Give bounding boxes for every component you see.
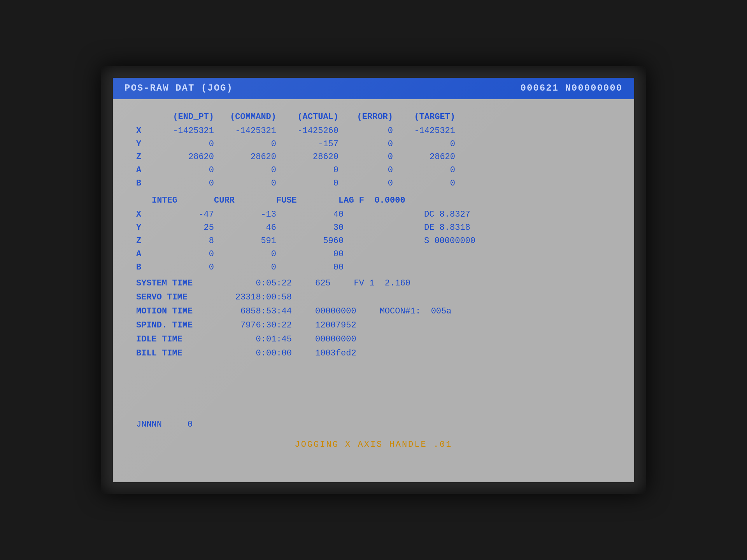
command-val: -1425321 (214, 125, 276, 137)
time-extra: 00000000 (315, 333, 356, 346)
table-row: B 0 0 0 0 0 (136, 177, 611, 190)
time-row: SERVO TIME 23318:00:58 (136, 291, 611, 304)
axis-label: A (136, 248, 152, 261)
time-extra: 12007952 (315, 319, 356, 332)
s2-integ: INTEG (152, 194, 214, 207)
table-row: Z 28620 28620 28620 0 28620 (136, 151, 611, 163)
actual-val: -157 (276, 138, 338, 150)
dc-info: S 00000000 (424, 235, 502, 247)
actual-val: 0 (276, 177, 338, 190)
time-value: 6858:53:44 (222, 305, 292, 318)
axis-label: B (136, 261, 152, 274)
fuse-val: 0 (276, 261, 338, 274)
dc-zero: 0 (338, 235, 424, 247)
time-value: 7976:30:22 (222, 319, 292, 332)
command-val: 0 (214, 138, 276, 150)
axis-label: X (136, 208, 152, 221)
col-target: (TARGET) (393, 111, 455, 123)
table-row: Y 0 0 -157 0 0 (136, 138, 611, 150)
time-row: IDLE TIME 0:01:45 00000000 (136, 333, 611, 346)
fuse-val: 4 (276, 208, 338, 221)
time-label: SYSTEM TIME (136, 277, 222, 290)
bottom-area: JNNNN 0 JOGGING X AXIS HANDLE .01 (136, 418, 611, 451)
axis-label: Y (136, 222, 152, 234)
end-pt-val: 28620 (152, 151, 214, 163)
actual-val: -1425260 (276, 125, 338, 137)
end-pt-val: -1425321 (152, 125, 214, 137)
integ-val: 0 (152, 261, 214, 274)
time-row: SPIND. TIME 7976:30:22 12007952 (136, 319, 611, 332)
curr-val: 0 (214, 248, 276, 261)
command-val: 0 (214, 177, 276, 190)
jogging-text: JOGGING X AXIS HANDLE .01 (295, 440, 452, 450)
jogging-bar: JOGGING X AXIS HANDLE .01 (136, 439, 611, 451)
time-label: BILL TIME (136, 347, 222, 360)
error-val: 0 (338, 125, 393, 137)
actual-val: 0 (276, 164, 338, 177)
table-row: Z 8 591 596 0 S 00000000 (136, 235, 611, 247)
fuse-val: 0 (276, 248, 338, 261)
curr-val: 0 (214, 261, 276, 274)
time-right-label: MOCON#1: 005a (380, 305, 452, 318)
dc-zero: 0 (338, 261, 424, 274)
target-val: -1425321 (393, 125, 455, 137)
col-command: (COMMAND) (214, 111, 276, 123)
axis-label: Z (136, 235, 152, 247)
time-row: SYSTEM TIME 0:05:22 625 FV 1 2.160 (136, 277, 611, 290)
target-val: 0 (393, 177, 455, 190)
command-val: 0 (214, 164, 276, 177)
col-end-pt: (END_PT) (152, 111, 214, 123)
dc-zero: 0 (338, 248, 424, 261)
time-label: SPIND. TIME (136, 319, 222, 332)
axis-label: Y (136, 138, 152, 150)
end-pt-val: 0 (152, 164, 214, 177)
table-row: A 0 0 0 0 (136, 248, 611, 261)
dc-info: DE 8.8318 (424, 222, 502, 234)
target-val: 0 (393, 164, 455, 177)
integ-val: 0 (152, 248, 214, 261)
axis-label: X (136, 125, 152, 137)
section2-headers: INTEG CURR FUSE LAG F 0.0000 (136, 194, 611, 207)
time-value: 0:00:00 (222, 347, 292, 360)
target-val: 28620 (393, 151, 455, 163)
time-value: 23318:00:58 (222, 291, 292, 304)
fuse-val: 596 (276, 235, 338, 247)
column-headers: (END_PT) (COMMAND) (ACTUAL) (ERROR) (TAR… (136, 111, 611, 123)
s2-fuse: FUSE (276, 194, 338, 207)
curr-val: 46 (214, 222, 276, 234)
dc-info: DC 8.8327 (424, 208, 502, 221)
title-right: 000621 N00000000 (521, 82, 622, 95)
error-val: 0 (338, 151, 393, 163)
time-value: 0:05:22 (222, 277, 292, 290)
fuse-val: 3 (276, 222, 338, 234)
time-label: MOTION TIME (136, 305, 222, 318)
dc-info (424, 261, 502, 274)
time-section: SYSTEM TIME 0:05:22 625 FV 1 2.160 SERVO… (136, 277, 611, 359)
axis-label: Z (136, 151, 152, 163)
col-actual: (ACTUAL) (276, 111, 338, 123)
time-row: BILL TIME 0:00:00 1003fed2 (136, 347, 611, 360)
time-row: MOTION TIME 6858:53:44 00000000 MOCON#1:… (136, 305, 611, 318)
time-extra: 625 (315, 277, 331, 290)
time-value: 0:01:45 (222, 333, 292, 346)
table-row: B 0 0 0 0 (136, 261, 611, 274)
table-row: X -47 -13 4 0 DC 8.8327 (136, 208, 611, 221)
end-pt-val: 0 (152, 177, 214, 190)
col-error: (ERROR) (338, 111, 393, 123)
title-bar: POS-RAW DAT (JOG) 000621 N00000000 (113, 78, 634, 99)
table-row: X -1425321 -1425321 -1425260 0 -1425321 (136, 125, 611, 137)
s2-lagval (424, 194, 502, 207)
error-val: 0 (338, 164, 393, 177)
curr-val: -13 (214, 208, 276, 221)
table-row: Y 25 46 3 0 DE 8.8318 (136, 222, 611, 234)
time-label: IDLE TIME (136, 333, 222, 346)
target-val: 0 (393, 138, 455, 150)
jnnnn-row: JNNNN 0 (136, 418, 611, 431)
jnnnn-value: 0 (188, 420, 193, 429)
table-row: A 0 0 0 0 0 (136, 164, 611, 177)
time-extra: 00000000 (315, 305, 356, 318)
time-label: SERVO TIME (136, 291, 222, 304)
jnnnn-label: JNNNN (136, 420, 162, 429)
s2-lagf: LAG F 0.0000 (338, 194, 424, 207)
error-val: 0 (338, 177, 393, 190)
